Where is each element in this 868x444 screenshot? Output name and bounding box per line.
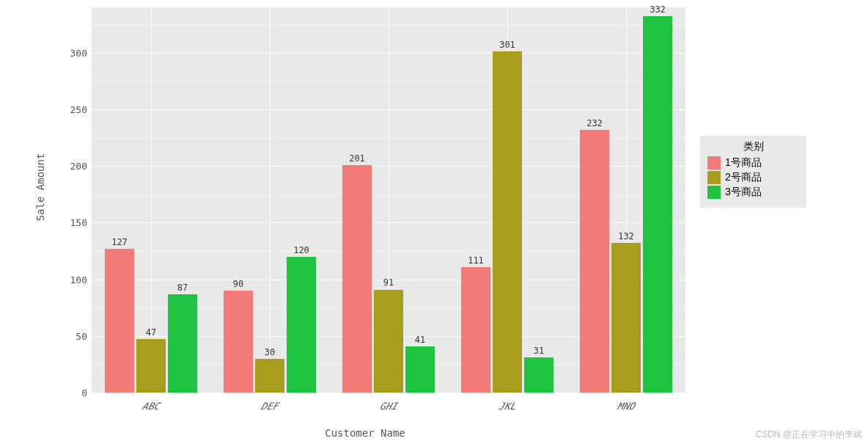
bar xyxy=(405,346,435,393)
legend-label: 2号商品 xyxy=(725,171,762,184)
y-tick-label: 300 xyxy=(70,47,87,58)
bar xyxy=(643,16,672,393)
legend-item: 1号商品 xyxy=(707,156,799,170)
bar-value-label: 91 xyxy=(383,277,394,288)
bar-value-label: 47 xyxy=(146,327,156,338)
x-tick-container: ABCDEFGHIJKLMNO xyxy=(92,396,685,426)
bar xyxy=(224,291,253,393)
bar-value-label: 31 xyxy=(534,346,544,356)
x-tick-label: MNO xyxy=(616,401,636,412)
bar-value-label: 111 xyxy=(468,255,484,266)
legend-item: 2号商品 xyxy=(707,171,799,184)
bar-value-label: 90 xyxy=(233,279,243,289)
bar-value-label: 132 xyxy=(618,231,634,241)
bar-value-label: 301 xyxy=(499,40,515,50)
legend-swatch xyxy=(707,186,721,199)
y-tick-label: 150 xyxy=(70,217,87,228)
y-tick-label: 100 xyxy=(70,274,87,285)
x-tick-label: GHI xyxy=(378,401,399,412)
bar xyxy=(255,359,284,393)
legend: 类别 1号商品2号商品3号商品 xyxy=(700,136,806,208)
bar-value-label: 332 xyxy=(650,4,666,15)
x-tick-label: ABC xyxy=(141,401,161,412)
x-tick-label: JKL xyxy=(497,401,518,412)
grid-line-h xyxy=(92,393,685,393)
legend-item: 3号商品 xyxy=(707,186,799,199)
legend-label: 3号商品 xyxy=(725,186,762,199)
bar xyxy=(461,267,490,393)
bar xyxy=(342,165,372,393)
bar-value-label: 30 xyxy=(265,347,275,357)
chart-root: Sale Amount Customer Name 05010015020025… xyxy=(0,0,868,444)
x-tick-label: DEF xyxy=(260,401,280,412)
y-axis-label: Sale Amount xyxy=(34,153,46,222)
bar xyxy=(105,249,134,393)
bar xyxy=(524,357,553,393)
bar xyxy=(493,51,522,393)
bar xyxy=(287,257,316,393)
grid-line-v xyxy=(270,7,271,393)
y-tick-label: 50 xyxy=(76,330,87,341)
y-tick-label: 200 xyxy=(70,161,87,172)
legend-swatch xyxy=(707,156,721,170)
y-tick-label: 0 xyxy=(81,387,87,398)
legend-label: 1号商品 xyxy=(725,156,762,170)
bar-value-label: 120 xyxy=(293,245,309,255)
plot-area: 12747879030120201914111130131232132332 xyxy=(92,7,685,393)
bar xyxy=(168,294,197,393)
legend-title: 类别 xyxy=(707,140,799,153)
bar-value-label: 87 xyxy=(177,283,188,293)
bar-value-label: 127 xyxy=(111,237,128,247)
x-axis-label: Customer Name xyxy=(325,427,405,439)
bar xyxy=(611,243,641,393)
bar-value-label: 201 xyxy=(349,153,365,164)
watermark: CSDN @正在学习中的李斌 xyxy=(755,429,862,441)
legend-swatch xyxy=(707,171,721,184)
bar xyxy=(374,290,403,393)
y-tick-container: 050100150200250300 xyxy=(55,7,92,393)
legend-items: 1号商品2号商品3号商品 xyxy=(707,156,799,199)
bar xyxy=(580,130,609,393)
bar-value-label: 41 xyxy=(415,335,425,345)
bar-value-label: 232 xyxy=(586,118,603,128)
y-tick-label: 250 xyxy=(70,103,87,114)
bar xyxy=(136,339,166,393)
